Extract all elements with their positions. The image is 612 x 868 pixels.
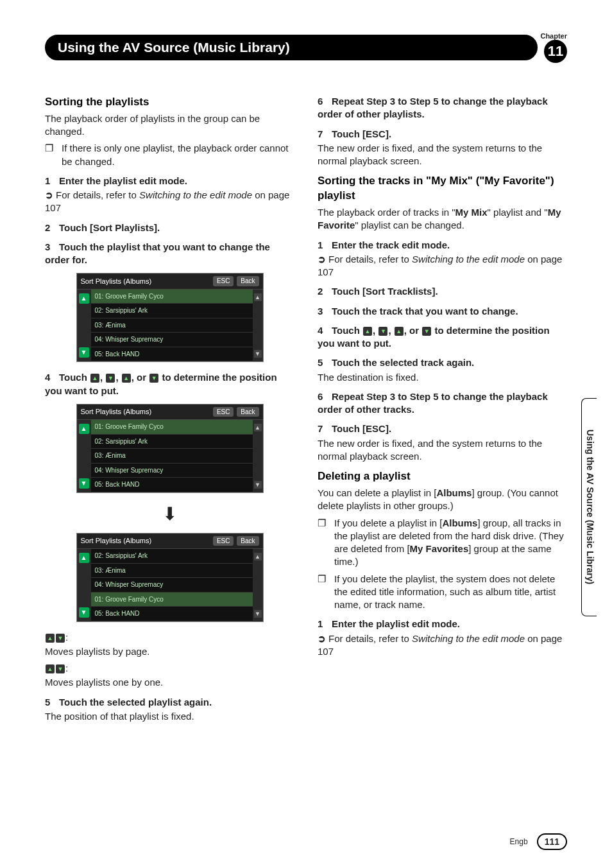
scroll-down-icon[interactable]: ▼	[254, 481, 262, 489]
step-1: 1Enter the playlist edit mode.	[45, 175, 294, 187]
scroll-up-icon[interactable]: ▲	[254, 424, 262, 431]
note: ❐ If there is only one playlist, the pla…	[45, 142, 294, 168]
text: The playback order of tracks in "My Mix"…	[318, 206, 567, 232]
list-item[interactable]: 02: Sarsippius' Ark	[91, 435, 253, 449]
step-4: 4Touch ▲, ▼, ▲, or ▼ to determine the po…	[45, 371, 294, 397]
scroll-up-icon[interactable]: ▲	[254, 293, 262, 301]
one-down-icon: ▼	[149, 374, 158, 383]
list-item[interactable]: 01: Groove Family Cyco	[91, 290, 253, 304]
list-item[interactable]: 03: Ænima	[91, 449, 253, 464]
ss-esc-button[interactable]: ESC	[213, 536, 234, 546]
ref-arrow-icon: ➲	[45, 189, 53, 202]
page-down-icon[interactable]: ▼	[79, 478, 89, 489]
list-item[interactable]: 02: Sarsippius' Ark	[91, 549, 253, 564]
chapter-label: Chapter	[540, 32, 567, 40]
track-step-4: 4Touch ▲, ▼, ▲, or ▼ to determine the po…	[318, 324, 567, 351]
icon-legend: ▲▼:	[45, 662, 294, 675]
text: The destination is fixed.	[318, 371, 567, 384]
page-number: 111	[537, 833, 567, 850]
list-item[interactable]: 03: Ænima	[91, 318, 253, 333]
page-down-icon: ▼	[378, 327, 387, 336]
list-item[interactable]: 04: Whisper Supremacy	[91, 578, 253, 593]
ss-title: Sort Playlists (Albums)	[81, 407, 152, 417]
footer: Engb 111	[510, 833, 567, 850]
list-item[interactable]: 05: Back HAND	[91, 347, 253, 362]
page-down-icon[interactable]: ▼	[79, 607, 89, 618]
left-column: Sorting the playlists The playback order…	[45, 89, 294, 727]
page-up-icon[interactable]: ▲	[79, 424, 89, 434]
heading-sorting-tracks: Sorting the tracks in "My Mix" ("My Favo…	[318, 174, 567, 204]
list-item[interactable]: 05: Back HAND	[91, 478, 253, 492]
note-icon: ❐	[45, 142, 55, 168]
note-text: If you delete the playlist, the system d…	[334, 573, 567, 612]
step-7: 7Touch [ESC].	[318, 128, 567, 141]
list-item[interactable]: 01: Groove Family Cyco	[91, 420, 253, 435]
one-down-icon: ▼	[422, 327, 431, 336]
scroll-down-icon[interactable]: ▼	[254, 350, 262, 358]
ss-esc-button[interactable]: ESC	[213, 276, 234, 286]
list-item[interactable]: 05: Back HAND	[91, 607, 253, 621]
track-step-3: 3Touch the track that you want to change…	[318, 305, 567, 318]
ss-back-button[interactable]: Back	[237, 276, 259, 286]
ss-title: Sort Playlists (Albums)	[81, 277, 152, 286]
header-title-wrap: Using the AV Source (Music Library)	[45, 35, 538, 60]
delete-step-1: 1Enter the playlist edit mode.	[318, 618, 567, 630]
text: The new order is fixed, and the system r…	[318, 437, 567, 464]
track-step-5: 5Touch the selected track again.	[318, 356, 567, 369]
ref: ➲For details, refer to Switching to the …	[45, 189, 294, 215]
ref-arrow-icon: ➲	[318, 632, 326, 645]
step-3: 3Touch the playlist that you want to cha…	[45, 241, 294, 267]
track-step-6: 6Repeat Step 3 to Step 5 to change the p…	[318, 390, 567, 417]
one-up-icon: ▲	[122, 374, 131, 383]
chapter-block: Chapter 11	[540, 32, 567, 63]
chapter-number: 11	[544, 40, 567, 63]
right-column: 6Repeat Step 3 to Step 5 to change the p…	[318, 89, 567, 727]
text: The new order is fixed, and the system r…	[318, 142, 567, 168]
list-item[interactable]: 02: Sarsippius' Ark	[91, 304, 253, 318]
screenshot-sort-2: Sort Playlists (Albums) ESC Back ▲▼ 01: …	[76, 404, 264, 493]
one-up-icon: ▲	[46, 664, 55, 673]
ss-title: Sort Playlists (Albums)	[81, 536, 152, 546]
page-up-icon[interactable]: ▲	[79, 553, 89, 563]
page-down-icon[interactable]: ▼	[79, 347, 89, 358]
page-title: Using the AV Source (Music Library)	[58, 40, 290, 55]
track-step-7: 7Touch [ESC].	[318, 422, 567, 435]
screenshot-sort-3: Sort Playlists (Albums) ESC Back ▲▼ 02: …	[76, 533, 264, 622]
scroll-down-icon[interactable]: ▼	[254, 610, 262, 618]
page-up-icon: ▲	[363, 327, 372, 336]
text: Moves playlists one by one.	[45, 676, 294, 689]
ss-back-button[interactable]: Back	[237, 536, 259, 546]
down-arrow-icon: ⬇	[45, 502, 294, 526]
text: You can delete a playlist in [Albums] gr…	[318, 487, 567, 513]
list-item[interactable]: 04: Whisper Supremacy	[91, 464, 253, 478]
list-item[interactable]: 01: Groove Family Cyco	[91, 593, 253, 607]
heading-deleting-playlist: Deleting a playlist	[318, 469, 567, 484]
text: The playback order of playlists in the g…	[45, 112, 294, 139]
ref: ➲For details, refer to Switching to the …	[318, 253, 567, 279]
ref: ➲For details, refer to Switching to the …	[318, 632, 567, 659]
note-text: If there is only one playlist, the playb…	[62, 142, 294, 168]
step-2: 2Touch [Sort Playlists].	[45, 221, 294, 234]
page-up-icon[interactable]: ▲	[79, 293, 89, 304]
page-up-icon: ▲	[90, 374, 99, 383]
side-tab: Using the AV Source (Music Library)	[581, 398, 597, 616]
one-up-icon: ▲	[395, 327, 404, 336]
list-item[interactable]: 04: Whisper Supremacy	[91, 333, 253, 347]
track-step-2: 2Touch [Sort Tracklists].	[318, 285, 567, 298]
track-step-1: 1Enter the track edit mode.	[318, 239, 567, 252]
list-item[interactable]: 03: Ænima	[91, 564, 253, 578]
icon-legend: ▲▼:	[45, 631, 294, 644]
ss-esc-button[interactable]: ESC	[213, 407, 234, 417]
note: ❐ If you delete a playlist in [Albums] g…	[318, 517, 567, 569]
scroll-up-icon[interactable]: ▲	[254, 553, 262, 560]
page-up-icon: ▲	[46, 634, 55, 643]
note-icon: ❐	[318, 517, 328, 569]
ss-back-button[interactable]: Back	[237, 407, 259, 417]
heading-sorting-playlists: Sorting the playlists	[45, 95, 294, 110]
note-text: If you delete a playlist in [Albums] gro…	[334, 517, 567, 569]
step-5: 5Touch the selected playlist again.	[45, 696, 294, 709]
page-down-icon: ▼	[56, 634, 65, 643]
ref-arrow-icon: ➲	[318, 253, 326, 266]
footer-lang: Engb	[510, 837, 528, 846]
note-icon: ❐	[318, 573, 328, 612]
